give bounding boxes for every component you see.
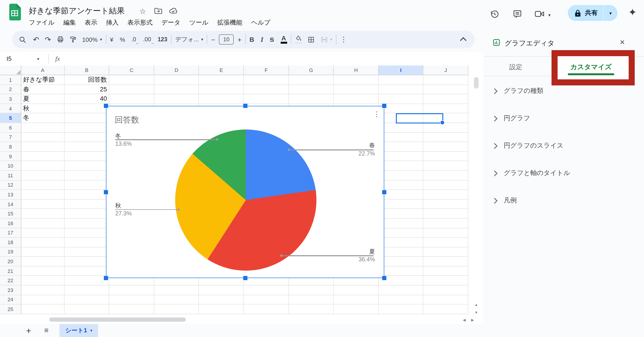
cell-C1[interactable]	[109, 75, 154, 85]
cell-E24[interactable]	[199, 295, 244, 305]
cell-I24[interactable]	[379, 295, 424, 305]
cell-F25[interactable]	[244, 305, 289, 314]
cell-A10[interactable]	[21, 161, 64, 171]
cell-J18[interactable]	[424, 238, 468, 247]
cell-I2[interactable]	[379, 85, 424, 94]
cell-B12[interactable]	[64, 180, 109, 190]
number-format-button[interactable]: 123	[158, 36, 167, 43]
column-header-B[interactable]: B	[64, 65, 109, 75]
vertical-scrollbar-thumb[interactable]	[474, 77, 478, 89]
column-header-I[interactable]: I	[379, 65, 424, 75]
spreadsheet-grid[interactable]: ABCDEFGHIJ 1好きな季節回答数2春253夏404秋5冬67891011…	[0, 65, 483, 324]
cell-C3[interactable]	[109, 94, 154, 104]
cell-G2[interactable]	[289, 85, 334, 94]
menu-item-3[interactable]: 挿入	[105, 18, 120, 27]
cell-A5[interactable]: 冬	[21, 113, 64, 123]
decrease-font-size-button[interactable]: −	[211, 35, 215, 43]
cell-A8[interactable]	[21, 142, 64, 152]
undo-icon[interactable]: ↶	[33, 35, 39, 44]
cell-I12[interactable]	[379, 180, 424, 190]
increase-font-size-button[interactable]: +	[238, 35, 242, 43]
cell-G24[interactable]	[289, 295, 334, 305]
cell-A16[interactable]	[21, 219, 64, 228]
cell-I21[interactable]	[379, 267, 424, 276]
row-header-7[interactable]: 7	[0, 132, 21, 142]
cell-J16[interactable]	[424, 219, 468, 228]
cell-J3[interactable]	[424, 94, 468, 104]
cell-B13[interactable]	[64, 190, 109, 199]
chart-resize-handle-4[interactable]	[382, 190, 386, 194]
cell-G3[interactable]	[289, 94, 334, 104]
tab-settings[interactable]: 設定	[504, 63, 527, 71]
cell-I15[interactable]	[379, 209, 424, 219]
selected-cell-I5[interactable]	[396, 113, 443, 123]
cell-E3[interactable]	[199, 94, 244, 104]
text-color-button[interactable]: A	[280, 35, 287, 44]
row-header-14[interactable]: 14	[0, 199, 21, 209]
row-header-9[interactable]: 9	[0, 152, 21, 161]
cell-B17[interactable]	[64, 228, 109, 238]
cell-B11[interactable]	[64, 171, 109, 180]
all-sheets-icon[interactable]: ≡	[44, 326, 48, 335]
scroll-left-icon[interactable]: ◀	[463, 318, 466, 322]
cell-I16[interactable]	[379, 219, 424, 228]
cell-G25[interactable]	[289, 305, 334, 314]
row-header-1[interactable]: 1	[0, 75, 21, 85]
decrease-decimal-button[interactable]: .0←	[131, 36, 136, 43]
cell-I19[interactable]	[379, 247, 424, 257]
meet-caret-icon[interactable]: ▾	[548, 12, 550, 18]
cell-F3[interactable]	[244, 94, 289, 104]
cell-I3[interactable]	[379, 94, 424, 104]
pie-graphic[interactable]	[175, 129, 316, 271]
cell-J14[interactable]	[424, 199, 468, 209]
cell-A19[interactable]	[21, 247, 64, 257]
cell-I14[interactable]	[379, 199, 424, 209]
cell-A7[interactable]	[21, 132, 64, 142]
cell-A18[interactable]	[21, 238, 64, 247]
cell-B9[interactable]	[64, 152, 109, 161]
cell-A11[interactable]	[21, 171, 64, 180]
cell-J19[interactable]	[424, 247, 468, 257]
name-box[interactable]: I5	[0, 55, 37, 62]
sheets-logo[interactable]	[8, 4, 21, 20]
paint-format-icon[interactable]	[70, 36, 77, 43]
row-header-12[interactable]: 12	[0, 180, 21, 190]
borders-button[interactable]	[307, 36, 314, 43]
menu-item-2[interactable]: 表示	[84, 18, 98, 27]
print-icon[interactable]	[57, 36, 64, 43]
cell-I18[interactable]	[379, 238, 424, 247]
sheet-tab-active[interactable]: シート1 ▾	[60, 324, 98, 337]
cell-A6[interactable]	[21, 123, 64, 132]
add-sheet-icon[interactable]: +	[26, 326, 31, 335]
cell-D3[interactable]	[154, 94, 199, 104]
cell-A15[interactable]	[21, 209, 64, 219]
cell-A23[interactable]	[21, 286, 64, 295]
cell-J10[interactable]	[424, 161, 468, 171]
column-header-E[interactable]: E	[199, 65, 244, 75]
row-header-25[interactable]: 25	[0, 305, 21, 314]
cell-C23[interactable]	[109, 286, 154, 295]
cell-I7[interactable]	[379, 132, 424, 142]
cell-B15[interactable]	[64, 209, 109, 219]
cell-B2[interactable]: 25	[64, 85, 109, 94]
row-header-10[interactable]: 10	[0, 161, 21, 171]
cell-A21[interactable]	[21, 267, 64, 276]
cell-I23[interactable]	[379, 286, 424, 295]
cell-H23[interactable]	[334, 286, 378, 295]
scroll-right-icon[interactable]: ▶	[471, 318, 474, 322]
document-title[interactable]: 好きな季節アンケート結果	[29, 5, 125, 16]
row-header-4[interactable]: 4	[0, 104, 21, 113]
move-folder-icon[interactable]	[154, 7, 162, 14]
column-header-H[interactable]: H	[334, 65, 379, 75]
cell-F1[interactable]	[244, 75, 289, 85]
cell-I17[interactable]	[379, 228, 424, 238]
merge-cells-button[interactable]: ▾	[320, 36, 332, 43]
menu-item-6[interactable]: ツール	[188, 18, 209, 27]
cell-A14[interactable]	[21, 199, 64, 209]
toolbar-more-icon[interactable]: ⋮	[340, 35, 347, 44]
column-header-A[interactable]: A	[21, 65, 64, 75]
chart-resize-handle-6[interactable]	[243, 276, 247, 280]
menu-item-0[interactable]: ファイル	[28, 18, 56, 27]
cell-G1[interactable]	[289, 75, 334, 85]
cell-J2[interactable]	[424, 85, 468, 94]
